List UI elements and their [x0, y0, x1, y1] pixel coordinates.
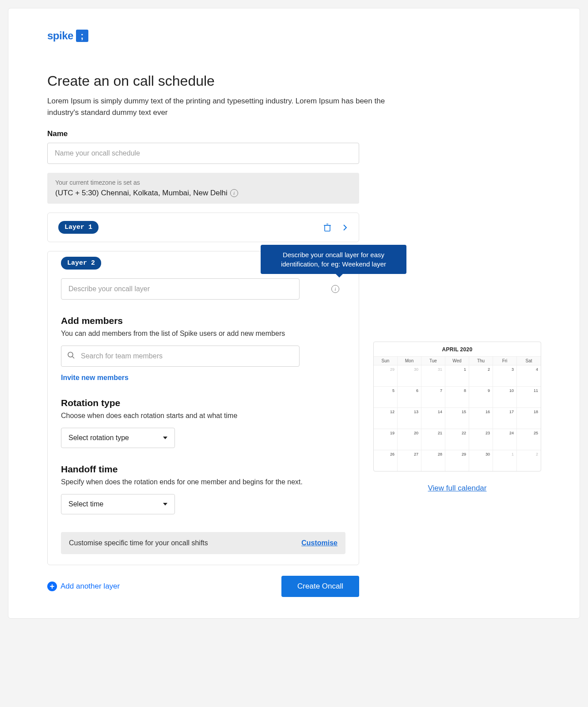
calendar-cell[interactable]: 24 [493, 429, 517, 450]
customise-text: Customise specific time for your oncall … [69, 539, 208, 547]
logo-mark-icon: ; [76, 30, 88, 42]
calendar-cell[interactable]: 8 [445, 386, 469, 407]
svg-point-1 [68, 352, 73, 357]
calendar-cell[interactable]: 22 [445, 429, 469, 450]
timezone-label: Your current timezone is set as [55, 179, 351, 186]
name-input[interactable] [47, 143, 359, 164]
calendar-cell[interactable]: 17 [493, 407, 517, 429]
calendar-cell[interactable]: 1 [445, 365, 469, 386]
layer-1-header: Layer 1 [48, 213, 359, 242]
info-icon[interactable]: i [230, 189, 238, 197]
layer-1-card: Layer 1 [47, 213, 359, 242]
calendar-cell[interactable]: 11 [517, 386, 541, 407]
create-oncall-button[interactable]: Create Oncall [281, 576, 359, 597]
calendar-cell[interactable]: 12 [374, 407, 398, 429]
calendar-cell[interactable]: 3 [493, 365, 517, 386]
calendar-cell[interactable]: 6 [398, 386, 421, 407]
delete-layer-button[interactable] [322, 222, 332, 233]
add-members-desc: You can add members from the list of Spi… [61, 330, 345, 338]
calendar-cell[interactable]: 31 [421, 365, 445, 386]
calendar-day-header: Wed [445, 356, 469, 365]
search-icon [67, 351, 75, 361]
chevron-right-icon [343, 224, 347, 231]
layer-desc-tooltip: Describe your oncall layer for easy iden… [261, 245, 406, 274]
rotation-type-desc: Choose when does each rotation starts an… [61, 412, 345, 420]
handoff-time-select[interactable]: Select time [61, 494, 175, 514]
member-search-input[interactable] [61, 346, 300, 367]
calendar-cell[interactable]: 28 [421, 450, 445, 471]
calendar-cell[interactable]: 21 [421, 429, 445, 450]
rotation-type-title: Rotation type [61, 398, 345, 408]
layer-1-pill: Layer 1 [58, 221, 99, 234]
calendar-cell[interactable]: 5 [374, 386, 398, 407]
layer-2-card: Layer 2 Describe your oncall layer for e… [47, 251, 359, 565]
timezone-box: Your current timezone is set as (UTC + 5… [47, 173, 359, 204]
calendar-cell[interactable]: 26 [374, 450, 398, 471]
caret-down-icon [163, 437, 167, 439]
add-layer-label: Add another layer [61, 582, 120, 591]
calendar-cell[interactable]: 2 [469, 365, 493, 386]
calendar-cell[interactable]: 14 [421, 407, 445, 429]
calendar-cell[interactable]: 19 [374, 429, 398, 450]
calendar-cell[interactable]: 23 [469, 429, 493, 450]
calendar-title: APRIL 2020 [374, 342, 541, 356]
customise-link[interactable]: Customise [301, 539, 338, 547]
plus-icon: + [47, 582, 57, 591]
logo: spike ; [47, 30, 541, 42]
name-label: Name [47, 129, 359, 138]
page-description: Lorem Ipsum is simply dummy text of the … [47, 95, 392, 118]
caret-down-icon [163, 503, 167, 506]
calendar-cell[interactable]: 7 [421, 386, 445, 407]
calendar-cell[interactable]: 18 [517, 407, 541, 429]
calendar-day-header: Sat [517, 356, 541, 365]
calendar-cell[interactable]: 4 [517, 365, 541, 386]
calendar-cell[interactable]: 29 [445, 450, 469, 471]
logo-text: spike [47, 30, 73, 42]
expand-layer-button[interactable] [342, 223, 348, 232]
customise-bar: Customise specific time for your oncall … [61, 532, 345, 554]
add-layer-button[interactable]: + Add another layer [47, 582, 120, 591]
add-members-title: Add members [61, 315, 345, 326]
calendar-cell[interactable]: 1 [493, 450, 517, 471]
view-full-calendar-link[interactable]: View full calendar [373, 484, 541, 493]
calendar-cell[interactable]: 27 [398, 450, 421, 471]
calendar-cell[interactable]: 13 [398, 407, 421, 429]
rotation-type-select[interactable]: Select rotation type [61, 428, 175, 448]
page-card: spike ; Create an on call schedule Lorem… [8, 8, 580, 619]
svg-rect-0 [325, 225, 330, 231]
timezone-text: (UTC + 5:30) Chennai, Kolkata, Mumbai, N… [55, 189, 228, 198]
info-icon[interactable]: i [331, 285, 339, 293]
calendar-day-header: Sun [374, 356, 398, 365]
layer-description-input[interactable] [61, 278, 300, 300]
handoff-time-title: Handoff time [61, 464, 345, 475]
calendar-cell[interactable]: 29 [374, 365, 398, 386]
calendar-cell[interactable]: 30 [398, 365, 421, 386]
handoff-time-desc: Specify when does the rotation ends for … [61, 478, 345, 486]
footer-row: + Add another layer Create Oncall [47, 576, 359, 597]
calendar-cell[interactable]: 9 [469, 386, 493, 407]
calendar-day-header: Fri [493, 356, 517, 365]
calendar-cell[interactable]: 25 [517, 429, 541, 450]
calendar-cell[interactable]: 2 [517, 450, 541, 471]
timezone-value: (UTC + 5:30) Chennai, Kolkata, Mumbai, N… [55, 189, 351, 198]
calendar-preview: APRIL 2020 SunMonTueWedThuFriSat 2930311… [373, 342, 541, 471]
invite-members-link[interactable]: Invite new members [61, 374, 129, 382]
trash-icon [323, 223, 331, 232]
calendar-cell[interactable]: 15 [445, 407, 469, 429]
calendar-day-header: Tue [421, 356, 445, 365]
calendar-cell[interactable]: 20 [398, 429, 421, 450]
calendar-cell[interactable]: 16 [469, 407, 493, 429]
page-title: Create an on call schedule [47, 73, 541, 89]
calendar-cell[interactable]: 30 [469, 450, 493, 471]
handoff-time-value: Select time [68, 500, 103, 508]
rotation-type-value: Select rotation type [68, 434, 129, 442]
calendar-cell[interactable]: 10 [493, 386, 517, 407]
calendar-day-header: Mon [398, 356, 421, 365]
layer-2-pill: Layer 2 [61, 257, 101, 270]
calendar-day-header: Thu [469, 356, 493, 365]
